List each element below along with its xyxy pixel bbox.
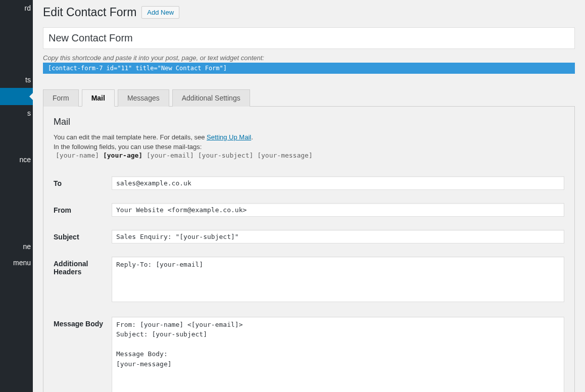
mail-desc-suffix: . — [251, 133, 253, 141]
sidebar-item-0[interactable]: rd — [0, 0, 33, 16]
sidebar-item-7[interactable]: ne — [0, 238, 33, 255]
add-new-button[interactable]: Add New — [141, 6, 179, 19]
tab-messages[interactable]: Messages — [118, 89, 169, 107]
mail-form-table: To From Subject Additional Headers Messa… — [54, 173, 564, 392]
sidebar-item-5[interactable]: nce — [0, 152, 33, 168]
sidebar-item-current[interactable] — [0, 88, 33, 105]
setting-up-mail-link[interactable]: Setting Up Mail — [207, 133, 251, 141]
form-title-wrap — [43, 27, 575, 49]
mail-tag-bold: [your-age] — [103, 152, 142, 159]
to-label: To — [54, 173, 112, 200]
mail-tags-after: [your-email] [your-subject] [your-messag… — [142, 152, 313, 159]
mail-tags-before: [your-name] — [56, 152, 103, 159]
tab-panel-mail: Mail You can edit the mail template here… — [43, 107, 575, 392]
mail-desc: You can edit the mail template here. For… — [54, 133, 564, 141]
admin-sidebar: rd ts s nce ne menu — [0, 0, 33, 392]
page-header: Edit Contact Form Add New — [43, 5, 575, 20]
mail-tags-intro: In the following fields, you can use the… — [54, 143, 564, 151]
sidebar-item-1[interactable]: ts — [0, 72, 33, 88]
mail-desc-prefix: You can edit the mail template here. For… — [54, 133, 207, 141]
tab-form[interactable]: Form — [43, 89, 79, 107]
to-input[interactable] — [112, 176, 564, 190]
tab-additional-settings[interactable]: Additional Settings — [172, 89, 250, 107]
mail-heading: Mail — [54, 117, 564, 127]
tab-mail[interactable]: Mail — [82, 89, 115, 107]
shortcode-code[interactable]: [contact-form-7 id="11" title="New Conta… — [43, 63, 575, 74]
from-label: From — [54, 200, 112, 227]
sidebar-item-3[interactable]: s — [0, 105, 33, 121]
page-title: Edit Contact Form — [43, 5, 136, 20]
shortcode-hint: Copy this shortcode and paste it into yo… — [43, 54, 575, 62]
subject-label: Subject — [54, 227, 112, 254]
form-title-input[interactable] — [48, 29, 569, 47]
mail-tags: [your-name] [your-age] [your-email] [you… — [54, 152, 564, 159]
main-content: Edit Contact Form Add New Copy this shor… — [33, 0, 585, 392]
nav-tabs: Form Mail Messages Additional Settings — [43, 89, 575, 107]
headers-textarea[interactable] — [112, 257, 564, 302]
from-input[interactable] — [112, 203, 564, 217]
headers-label: Additional Headers — [54, 254, 112, 314]
subject-input[interactable] — [112, 230, 564, 243]
sidebar-item-8[interactable]: menu — [0, 255, 33, 271]
body-label: Message Body — [54, 314, 112, 392]
body-textarea[interactable] — [112, 317, 564, 392]
